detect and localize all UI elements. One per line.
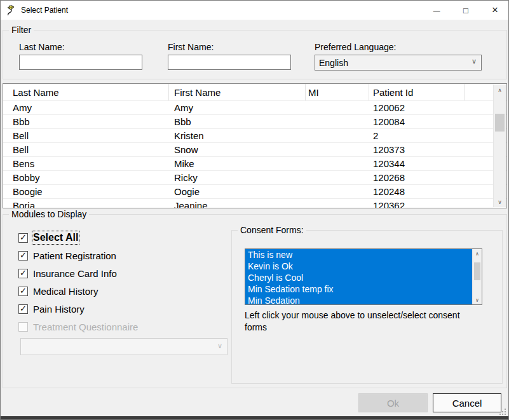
consent-forms-label: Consent Forms:	[238, 225, 306, 235]
module-checkbox[interactable]: ✓ Insurance Card Info	[18, 264, 228, 282]
check-icon: ✓	[20, 251, 27, 259]
minimize-button[interactable]: ─	[422, 1, 451, 20]
cell-last-name: Boria	[13, 200, 35, 208]
checkbox-box[interactable]: ✓	[18, 287, 28, 296]
check-icon: ✓	[20, 304, 27, 313]
first-name-label: First Name:	[168, 42, 214, 52]
treatment-questionnaire-select: ∨	[20, 338, 227, 355]
consent-scrollbar[interactable]: ∧ ∨	[472, 249, 482, 304]
module-checkbox[interactable]: ✓ Patient Registration	[18, 247, 228, 264]
cell-first-name: Jeanine	[174, 200, 208, 208]
table-header: Last Name First Name MI Patient Id	[3, 84, 506, 101]
module-checkbox[interactable]: ✓ Pain History	[18, 300, 228, 318]
consent-forms-listbox[interactable]: This is newKevin is OkCheryl is CoolMin …	[245, 248, 482, 305]
app-icon	[6, 5, 17, 16]
consent-form-item[interactable]: Min Sedation temp fix	[245, 283, 472, 295]
cell-patient-id: 120248	[373, 186, 405, 197]
scroll-down-icon[interactable]: ∨	[494, 196, 506, 207]
first-name-input[interactable]	[168, 55, 291, 70]
modules-group-label: Modules to Display	[9, 209, 89, 219]
col-last-name[interactable]: Last Name	[13, 87, 59, 98]
checkbox-box[interactable]: ✓	[18, 269, 28, 278]
table-row[interactable]: Bens Mike 120344	[3, 157, 506, 171]
module-checkbox-list: ✓ Select All ✓ Patient Registration ✓ In…	[18, 229, 228, 335]
checkbox-box[interactable]: ✓	[18, 304, 28, 314]
consent-form-item[interactable]: Cheryl is Cool	[245, 272, 472, 283]
consent-form-item[interactable]: This is new	[245, 249, 472, 261]
scrollbar-thumb[interactable]	[474, 262, 480, 280]
scroll-down-icon[interactable]: ∨	[473, 295, 482, 304]
preferred-language-select[interactable]: English ∨	[315, 55, 482, 71]
consent-items: This is newKevin is OkCheryl is CoolMin …	[245, 249, 472, 304]
table-row[interactable]: Bell Kristen 2	[3, 129, 506, 143]
resize-grip[interactable]	[499, 409, 506, 415]
scroll-up-icon[interactable]: ∧	[473, 249, 482, 258]
cell-last-name: Bens	[13, 158, 34, 169]
close-button[interactable]: ×	[480, 1, 509, 20]
checkbox-label: Insurance Card Info	[33, 268, 117, 279]
last-name-input[interactable]	[19, 55, 142, 70]
table-row[interactable]: Bbb Bbb 120084	[3, 115, 506, 129]
cell-first-name: Bbb	[174, 116, 191, 127]
cell-patient-id: 120062	[373, 102, 405, 113]
checkbox-label: Select All	[33, 232, 78, 243]
chevron-down-icon: ∨	[217, 342, 222, 350]
checkbox-box[interactable]: ✓	[18, 233, 28, 243]
preferred-language-label: Preferred Language:	[315, 42, 396, 52]
maximize-button[interactable]: □	[451, 1, 480, 20]
cell-first-name: Amy	[174, 102, 193, 113]
col-mi[interactable]: MI	[308, 87, 319, 98]
check-icon: ✓	[20, 269, 27, 277]
filter-group-label: Filter	[9, 25, 34, 35]
cell-last-name: Amy	[13, 102, 32, 113]
preferred-language-value: English	[319, 58, 348, 68]
cell-first-name: Ricky	[174, 172, 198, 183]
cell-last-name: Bell	[13, 130, 29, 141]
cell-last-name: Bell	[13, 144, 29, 155]
cell-last-name: Bbb	[13, 116, 30, 127]
consent-hint-text: Left click your mouse above to unselect/…	[245, 309, 473, 334]
cell-patient-id: 120268	[373, 172, 405, 183]
module-checkbox[interactable]: ✓ Medical History	[18, 282, 228, 300]
check-icon: ✓	[20, 233, 27, 241]
table-scrollbar[interactable]: ∧ ∨	[493, 85, 506, 207]
scrollbar-thumb[interactable]	[495, 114, 505, 132]
consent-form-item[interactable]: Kevin is Ok	[245, 261, 472, 272]
window-bottom-border	[1, 416, 508, 419]
checkbox-box[interactable]: ✓	[18, 251, 28, 261]
consent-form-item[interactable]: Min Sedation	[245, 295, 472, 305]
col-patient-id[interactable]: Patient Id	[373, 87, 413, 98]
cell-last-name: Boogie	[13, 186, 43, 197]
module-checkbox[interactable]: ✓ Select All	[18, 229, 228, 247]
cell-patient-id: 120344	[373, 158, 405, 169]
module-checkbox[interactable]: ✓ Treatment Questionnaire	[18, 318, 228, 335]
patient-table: Last Name First Name MI Patient Id Amy A…	[3, 83, 507, 208]
cell-patient-id: 120362	[373, 200, 405, 208]
cell-first-name: Oogie	[174, 186, 200, 197]
titlebar[interactable]: Select Patient ─ □ ×	[1, 1, 508, 20]
chevron-down-icon: ∨	[472, 57, 477, 65]
checkbox-box[interactable]: ✓	[18, 322, 28, 332]
last-name-label: Last Name:	[19, 42, 65, 52]
cell-patient-id: 120084	[373, 116, 405, 127]
consent-forms-group: Consent Forms: This is newKevin is OkChe…	[231, 230, 503, 384]
cell-first-name: Snow	[174, 144, 198, 155]
table-row[interactable]: Boria Jeanine 120362	[3, 199, 506, 208]
checkbox-label: Treatment Questionnaire	[33, 322, 138, 332]
filter-group: Filter Last Name: First Name: Preferred …	[3, 30, 507, 79]
table-row[interactable]: Boogie Oogie 120248	[3, 185, 506, 199]
window-title: Select Patient	[21, 6, 68, 15]
table-row[interactable]: Amy Amy 120062	[3, 101, 506, 115]
table-row[interactable]: Bobby Ricky 120268	[3, 171, 506, 185]
scroll-up-icon[interactable]: ∧	[494, 85, 506, 95]
check-icon: ✓	[20, 287, 27, 295]
cell-first-name: Kristen	[174, 130, 204, 141]
ok-button[interactable]: Ok	[358, 393, 428, 412]
cancel-button[interactable]: Cancel	[433, 393, 501, 412]
checkbox-label: Medical History	[33, 286, 98, 297]
cell-first-name: Mike	[174, 158, 194, 169]
col-first-name[interactable]: First Name	[174, 87, 221, 98]
checkbox-label: Patient Registration	[33, 250, 116, 261]
cell-patient-id: 2	[373, 130, 378, 141]
table-row[interactable]: Bell Snow 120373	[3, 143, 506, 157]
